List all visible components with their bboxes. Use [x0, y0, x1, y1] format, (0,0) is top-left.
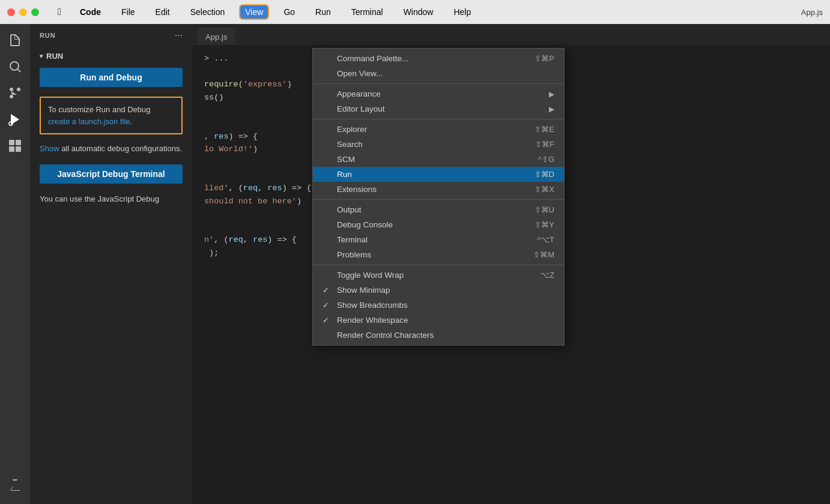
- explorer-shortcut: ⇧⌘E: [535, 125, 554, 134]
- menu-extensions[interactable]: Extensions ⇧⌘X: [313, 182, 564, 197]
- code-menu-item[interactable]: Code: [75, 5, 106, 19]
- scm-label: SCM: [337, 155, 514, 164]
- separator-1: [313, 83, 564, 84]
- editor-filename: App.js: [801, 8, 823, 17]
- sidebar-header: RUN ···: [30, 24, 192, 47]
- svg-rect-7: [9, 140, 14, 145]
- sidebar-more-button[interactable]: ···: [175, 30, 183, 41]
- menubar:  Code File Edit Selection View Go Run T…: [0, 0, 830, 24]
- minimize-button[interactable]: [19, 8, 27, 16]
- sidebar: RUN ··· ▾ RUN Run and Debug To customize…: [30, 24, 192, 504]
- checkmark-icon: ✓: [323, 301, 335, 310]
- menu-render-control[interactable]: Render Control Characters: [313, 328, 564, 343]
- render-control-label: Render Control Characters: [337, 331, 530, 340]
- customize-text-after: .: [130, 117, 133, 126]
- editor-tab-appjs[interactable]: App.js: [197, 28, 235, 45]
- edit-menu-item[interactable]: Edit: [151, 5, 175, 19]
- svg-rect-8: [16, 140, 21, 145]
- run-label-text: RUN: [46, 52, 63, 61]
- run-and-debug-button[interactable]: Run and Debug: [40, 68, 183, 87]
- customize-box: To customize Run and Debug create a laun…: [40, 97, 183, 134]
- checkmark-icon: ✓: [323, 316, 335, 325]
- command-palette-shortcut: ⇧⌘P: [535, 54, 554, 63]
- editor-tab-bar: App.js: [192, 24, 830, 45]
- output-label: Output: [337, 205, 510, 214]
- js-debug-terminal-button[interactable]: JavaScript Debug Terminal: [40, 164, 183, 184]
- show-debug-link[interactable]: Show: [40, 144, 59, 153]
- menu-show-breadcrumbs[interactable]: ✓ Show Breadcrumbs: [313, 298, 564, 313]
- menu-search[interactable]: Search ⇧⌘F: [313, 137, 564, 152]
- terminal-menu-item[interactable]: Terminal: [347, 5, 388, 19]
- svg-point-2: [10, 88, 13, 91]
- svg-rect-9: [9, 146, 14, 152]
- svg-rect-10: [16, 146, 21, 152]
- svg-point-0: [10, 62, 19, 70]
- window-menu-item[interactable]: Window: [399, 5, 438, 19]
- svg-line-1: [18, 70, 20, 72]
- menu-command-palette[interactable]: Command Palette... ⇧⌘P: [313, 51, 564, 66]
- editor-layout-arrow-icon: ▶: [549, 105, 554, 113]
- customize-text-before: To customize Run and Debug: [48, 105, 151, 114]
- show-minimap-label: Show Minimap: [337, 286, 530, 295]
- activity-files-icon[interactable]: [4, 29, 26, 52]
- explorer-label: Explorer: [337, 125, 510, 134]
- activity-scm-icon[interactable]: [4, 82, 26, 104]
- menu-explorer[interactable]: Explorer ⇧⌘E: [313, 122, 564, 137]
- appearance-label: Appearance: [337, 89, 520, 98]
- separator-4: [313, 265, 564, 265]
- file-menu-item[interactable]: File: [117, 5, 140, 19]
- render-whitespace-label: Render Whitespace: [337, 316, 530, 325]
- run-section: ▾ RUN Run and Debug To customize Run and…: [30, 47, 192, 209]
- help-menu-item[interactable]: Help: [449, 5, 476, 19]
- activity-run-icon[interactable]: [4, 108, 26, 131]
- output-shortcut: ⇧⌘U: [535, 205, 554, 214]
- menu-render-whitespace[interactable]: ✓ Render Whitespace: [313, 313, 564, 328]
- selection-menu-item[interactable]: Selection: [186, 5, 230, 19]
- separator-3: [313, 199, 564, 200]
- run-shortcut: ⇧⌘D: [535, 170, 554, 179]
- menu-run[interactable]: Run ⇧⌘D: [313, 167, 564, 182]
- menu-editor-layout[interactable]: Editor Layout ▶: [313, 101, 564, 116]
- problems-label: Problems: [337, 250, 509, 259]
- you-can-use-text: You can use the JavaScript Debug: [40, 193, 183, 205]
- debug-console-shortcut: ⇧⌘Y: [535, 220, 554, 229]
- checkmark-icon: ✓: [323, 286, 335, 295]
- menu-problems[interactable]: Problems ⇧⌘M: [313, 247, 564, 262]
- menu-show-minimap[interactable]: ✓ Show Minimap: [313, 283, 564, 298]
- activity-flask-icon[interactable]: [4, 474, 26, 497]
- menu-appearance[interactable]: Appearance ▶: [313, 86, 564, 101]
- menu-open-view[interactable]: Open View...: [313, 66, 564, 81]
- show-breadcrumbs-label: Show Breadcrumbs: [337, 301, 530, 310]
- menu-debug-console[interactable]: Debug Console ⇧⌘Y: [313, 217, 564, 232]
- create-launch-json-link[interactable]: create a launch.json file: [48, 117, 130, 126]
- run-label-item: Run: [337, 170, 510, 179]
- svg-marker-5: [11, 114, 19, 125]
- scm-shortcut: ^⇧G: [538, 155, 554, 164]
- menu-terminal[interactable]: Terminal ^⌥T: [313, 232, 564, 247]
- editor-layout-label: Editor Layout: [337, 104, 520, 113]
- terminal-shortcut: ^⌥T: [537, 235, 554, 244]
- debug-console-label: Debug Console: [337, 220, 510, 229]
- terminal-label: Terminal: [337, 235, 513, 244]
- search-shortcut: ⇧⌘F: [535, 140, 554, 149]
- apple-menu-item[interactable]: : [55, 7, 64, 17]
- traffic-lights: [7, 8, 39, 16]
- menu-scm[interactable]: SCM ^⇧G: [313, 152, 564, 167]
- command-palette-label: Command Palette...: [337, 54, 510, 63]
- go-menu-item[interactable]: Go: [279, 5, 300, 19]
- run-menu-item[interactable]: Run: [310, 5, 336, 19]
- activity-extensions-icon[interactable]: [4, 134, 26, 157]
- open-view-label: Open View...: [337, 69, 530, 78]
- appearance-arrow-icon: ▶: [549, 90, 554, 98]
- close-button[interactable]: [7, 8, 15, 16]
- search-label: Search: [337, 140, 511, 149]
- view-menu-item[interactable]: View: [240, 5, 268, 19]
- main-layout: RUN ··· ▾ RUN Run and Debug To customize…: [0, 24, 830, 504]
- activity-bar: [0, 24, 30, 504]
- menu-toggle-word-wrap[interactable]: Toggle Word Wrap ⌥Z: [313, 268, 564, 283]
- activity-search-icon[interactable]: [4, 55, 26, 78]
- sidebar-title: RUN: [40, 32, 55, 39]
- chevron-down-icon: ▾: [40, 53, 43, 59]
- maximize-button[interactable]: [31, 8, 39, 16]
- menu-output[interactable]: Output ⇧⌘U: [313, 202, 564, 217]
